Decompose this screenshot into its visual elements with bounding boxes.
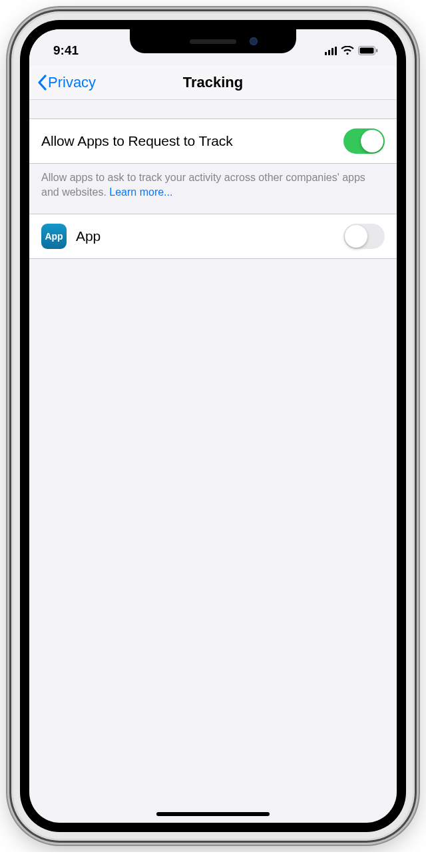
status-right-icons (325, 46, 379, 55)
section-footer: Allow apps to ask to track your activity… (29, 164, 397, 214)
chevron-left-icon (37, 75, 47, 91)
app-icon-label: App (45, 231, 63, 242)
device-screen: 9:41 Privacy Tracking (29, 29, 397, 823)
footer-description: Allow apps to ask to track your activity… (41, 172, 365, 198)
toggle-knob (345, 225, 367, 248)
allow-apps-to-request-to-track-row: Allow Apps to Request to Track (29, 118, 397, 164)
battery-icon (358, 46, 378, 55)
iphone-device-frame: 9:41 Privacy Tracking (13, 13, 413, 839)
settings-content: Allow Apps to Request to Track Allow app… (29, 100, 397, 259)
svg-rect-1 (360, 48, 374, 54)
status-time: 9:41 (53, 43, 79, 58)
earpiece-speaker (190, 39, 236, 44)
allow-apps-label: Allow Apps to Request to Track (41, 133, 233, 149)
app-name-label: App (76, 228, 101, 244)
back-button-label: Privacy (48, 74, 96, 91)
toggle-knob (361, 130, 383, 152)
allow-apps-toggle[interactable] (343, 128, 385, 154)
app-tracking-row: App App (29, 214, 397, 259)
svg-rect-2 (376, 49, 377, 53)
app-tracking-toggle[interactable] (343, 224, 385, 249)
wifi-icon (341, 46, 354, 55)
front-camera (250, 37, 258, 45)
learn-more-link[interactable]: Learn more... (109, 186, 172, 198)
device-bezel: 9:41 Privacy Tracking (20, 20, 406, 832)
back-button[interactable]: Privacy (37, 74, 96, 91)
app-icon: App (41, 224, 67, 249)
cellular-icon (325, 47, 337, 55)
home-indicator[interactable] (156, 812, 270, 816)
navigation-bar: Privacy Tracking (29, 65, 397, 100)
device-notch (130, 29, 296, 53)
